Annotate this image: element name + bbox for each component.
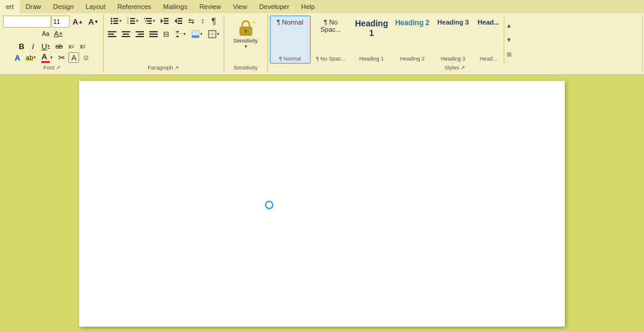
svg-point-4: [110, 23, 112, 25]
ltr-rtl-btn[interactable]: ⇆: [186, 16, 197, 26]
styles-scroll: ▲ ▼ ⊞: [504, 16, 514, 64]
italic-btn[interactable]: I: [28, 41, 38, 52]
bullets-btn[interactable]: ▾: [108, 16, 124, 26]
sensitivity-dropdown: ▾: [245, 44, 247, 49]
tab-references[interactable]: References: [112, 0, 157, 13]
svg-point-47: [245, 29, 247, 32]
clear-formatting-btn[interactable]: A✕: [52, 28, 64, 39]
svg-rect-7: [130, 18, 135, 19]
font-color-btn[interactable]: A ▾: [39, 52, 55, 63]
align-center-btn[interactable]: [119, 29, 133, 40]
tab-help[interactable]: Help: [295, 0, 321, 13]
tab-layout[interactable]: Layout: [80, 0, 112, 13]
style-h1-label: Heading 1: [359, 56, 384, 62]
svg-rect-33: [138, 34, 144, 35]
align-right-btn[interactable]: [133, 29, 146, 40]
special-char-btn[interactable]: ☺: [80, 52, 92, 63]
sensitivity-group-label: Sensitivity: [224, 65, 267, 71]
sort-btn[interactable]: ↕: [197, 16, 208, 26]
font-shrink-btn[interactable]: A▼: [86, 16, 101, 27]
superscript-btn[interactable]: x2: [77, 41, 88, 52]
tab-view[interactable]: View: [227, 0, 254, 13]
svg-rect-9: [130, 20, 135, 22]
style-nospacing-preview: ¶ No Spac...: [314, 19, 348, 33]
style-h3-preview: Heading 3: [437, 19, 469, 26]
styles-scroll-down[interactable]: ▼: [504, 32, 514, 47]
style-h4-preview: Head...: [478, 19, 499, 26]
styles-scroll-up[interactable]: ▲: [504, 18, 514, 32]
style-heading1[interactable]: Heading 1 Heading 1: [351, 16, 392, 64]
paragraph-expand-icon[interactable]: ↗: [174, 65, 179, 71]
tab-review[interactable]: Review: [193, 0, 227, 13]
svg-rect-29: [122, 31, 130, 32]
svg-marker-49: [252, 20, 255, 23]
document-page[interactable]: [79, 81, 565, 327]
format-painter-btn[interactable]: ✂: [56, 52, 68, 63]
style-nospacing-label: ¶ No Spac...: [316, 56, 345, 62]
text-effects-btn[interactable]: A: [12, 52, 23, 63]
highlight-btn[interactable]: ab▾: [23, 52, 38, 63]
style-normal[interactable]: ¶ Normal ¶ Normal: [270, 16, 311, 64]
font-grow-btn[interactable]: A▲: [70, 16, 85, 27]
bold-btn[interactable]: B: [16, 41, 27, 52]
svg-point-12: [144, 18, 145, 19]
shading-btn[interactable]: ▾: [189, 29, 205, 40]
svg-point-14: [145, 20, 146, 22]
tab-draw[interactable]: Draw: [20, 0, 47, 13]
styles-expand-icon[interactable]: ↗: [461, 65, 465, 71]
strikethrough-btn[interactable]: ab: [53, 41, 65, 52]
svg-marker-22: [174, 19, 177, 23]
svg-marker-18: [161, 19, 163, 23]
justify-btn[interactable]: [147, 29, 160, 40]
styles-group: ¶ Normal ¶ Normal ¶ No Spac... ¶ No Spac…: [268, 14, 643, 72]
svg-rect-21: [164, 23, 168, 24]
show-marks-btn[interactable]: ¶: [209, 16, 219, 26]
subscript-btn[interactable]: x2: [66, 41, 77, 52]
svg-rect-26: [108, 31, 116, 32]
document-area: [0, 75, 644, 332]
svg-rect-32: [136, 31, 144, 32]
font-group-label: Font ↗: [1, 65, 103, 71]
font-size-input[interactable]: [52, 16, 70, 28]
tab-mailings[interactable]: Mailings: [157, 0, 193, 13]
svg-point-16: [146, 23, 148, 24]
decrease-indent-btn[interactable]: [158, 16, 171, 26]
style-no-spacing[interactable]: ¶ No Spac... ¶ No Spac...: [311, 16, 351, 64]
svg-rect-11: [130, 23, 135, 24]
styles-expand[interactable]: ⊞: [504, 47, 514, 61]
tab-design[interactable]: Design: [47, 0, 80, 13]
svg-rect-34: [136, 36, 144, 37]
svg-rect-27: [108, 34, 114, 35]
font-name-input[interactable]: [3, 16, 51, 28]
style-heading4[interactable]: Head... Head...: [474, 16, 504, 64]
styles-items: ¶ Normal ¶ Normal ¶ No Spac... ¶ No Spac…: [270, 16, 504, 64]
svg-rect-23: [177, 18, 182, 19]
numbering-btn[interactable]: 1.2.3. ▾: [125, 16, 141, 26]
align-left-btn[interactable]: [106, 29, 119, 40]
multilevel-btn[interactable]: ▾: [142, 16, 158, 26]
sensitivity-btn[interactable]: Sensitivity ▾: [228, 16, 264, 52]
style-h2-label: Heading 2: [400, 56, 425, 62]
svg-rect-24: [177, 20, 182, 22]
svg-rect-15: [147, 20, 152, 22]
font-expand-icon[interactable]: ↗: [56, 65, 61, 71]
tab-ert[interactable]: ert: [0, 0, 20, 13]
line-spacing-btn[interactable]: ▾: [172, 29, 188, 40]
svg-rect-42: [192, 35, 199, 38]
tab-bar: ert Draw Design Layout References Mailin…: [0, 0, 644, 13]
change-case-btn[interactable]: Aa: [40, 28, 52, 39]
columns-btn[interactable]: ⊟: [161, 29, 171, 40]
svg-rect-25: [177, 23, 182, 24]
style-heading2[interactable]: Heading 2 Heading 2: [392, 16, 433, 64]
borders-btn[interactable]: ▾: [206, 29, 222, 40]
svg-rect-31: [122, 36, 130, 37]
svg-rect-17: [148, 23, 152, 24]
sensitivity-icon: [236, 19, 255, 38]
increase-indent-btn[interactable]: [172, 16, 185, 26]
svg-rect-20: [164, 20, 168, 22]
style-heading3[interactable]: Heading 3 Heading 3: [433, 16, 474, 64]
tab-developer[interactable]: Developer: [253, 0, 295, 13]
clear-btn2[interactable]: A: [68, 52, 79, 63]
underline-btn[interactable]: U▾: [39, 41, 52, 52]
font-group: A▲ A▼ Aa A✕ B I U▾ ab x2 x2: [1, 14, 104, 72]
